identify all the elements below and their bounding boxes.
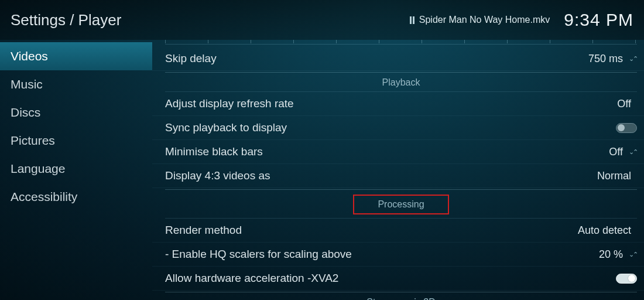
sidebar-item-pictures[interactable]: Pictures <box>0 127 152 155</box>
ruler-marks <box>165 40 637 45</box>
setting-adjust-refresh[interactable]: Adjust display refresh rate Off <box>152 92 644 116</box>
chevron-down-up-icon[interactable]: ⌄⌃ <box>629 251 637 258</box>
setting-label: - Enable HQ scalers for scaling above <box>165 248 599 261</box>
now-playing-title: Spider Man No Way Home.mkv <box>419 15 550 25</box>
breadcrumb: Settings / Player <box>11 11 410 29</box>
setting-value: Auto detect <box>578 224 631 237</box>
toggle-on-icon[interactable] <box>616 274 637 284</box>
section-processing: Processing <box>165 190 637 219</box>
sidebar-item-music[interactable]: Music <box>0 70 152 98</box>
setting-label: Skip delay <box>165 52 588 65</box>
settings-panel: Skip delay 750 ms ⌄⌃ Playback Adjust dis… <box>152 40 644 300</box>
sidebar: Videos Music Discs Pictures Language Acc… <box>0 40 152 300</box>
setting-value: Off <box>609 146 623 158</box>
setting-minimise-bars[interactable]: Minimise black bars Off ⌄⌃ <box>152 140 644 164</box>
setting-label: Render method <box>165 224 578 237</box>
sidebar-item-accessibility[interactable]: Accessibility <box>0 183 152 211</box>
setting-skip-delay[interactable]: Skip delay 750 ms ⌄⌃ <box>152 47 644 71</box>
sidebar-item-language[interactable]: Language <box>0 155 152 183</box>
toggle-off-icon[interactable] <box>616 123 637 133</box>
setting-display-43[interactable]: Display 4:3 videos as Normal <box>152 164 644 188</box>
setting-render-method[interactable]: Render method Auto detect <box>152 219 644 243</box>
now-playing[interactable]: Spider Man No Way Home.mkv <box>410 15 550 25</box>
setting-label: Display 4:3 videos as <box>165 169 597 182</box>
setting-value: 20 % <box>599 248 623 261</box>
clock: 9:34 PM <box>564 10 633 30</box>
setting-value: Normal <box>597 170 631 182</box>
section-playback: Playback <box>165 73 637 92</box>
setting-value: Off <box>617 98 631 110</box>
setting-label: Allow hardware acceleration -XVA2 <box>165 272 616 285</box>
setting-hq-scalers[interactable]: - Enable HQ scalers for scaling above 20… <box>152 243 644 267</box>
setting-hw-accel[interactable]: Allow hardware acceleration -XVA2 <box>152 267 644 291</box>
setting-sync-playback[interactable]: Sync playback to display <box>152 116 644 140</box>
header-bar: Settings / Player Spider Man No Way Home… <box>0 0 644 40</box>
section-stereoscopic: Stereoscopic 3D <box>165 292 637 300</box>
chevron-down-up-icon[interactable]: ⌄⌃ <box>629 55 637 63</box>
sidebar-item-videos[interactable]: Videos <box>0 42 152 70</box>
setting-label: Adjust display refresh rate <box>165 97 617 110</box>
setting-label: Sync playback to display <box>165 121 616 134</box>
chevron-down-up-icon[interactable]: ⌄⌃ <box>629 148 637 156</box>
sidebar-item-discs[interactable]: Discs <box>0 98 152 127</box>
setting-label: Minimise black bars <box>165 145 609 158</box>
pause-icon <box>410 16 415 24</box>
setting-value: 750 ms <box>588 53 623 65</box>
